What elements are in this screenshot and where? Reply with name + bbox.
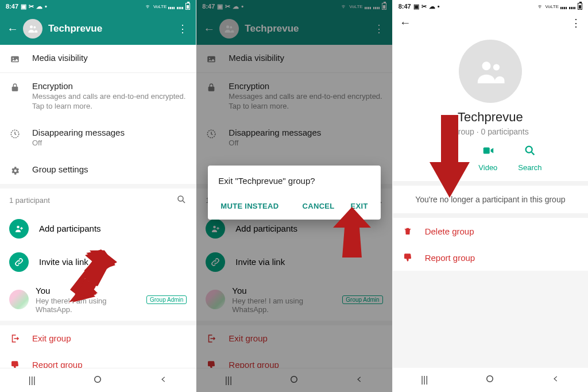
add-participants-row[interactable]: Add participants	[0, 212, 196, 245]
svg-point-24	[482, 62, 490, 70]
participant-you-row[interactable]: You Hey there! I am using WhatsApp. Grou…	[0, 279, 196, 321]
search-label: Search	[518, 163, 541, 172]
status-signal-icon-2	[569, 3, 576, 9]
status-wifi-icon: ᯤ	[145, 3, 152, 10]
status-image-icon: ▣	[21, 3, 26, 10]
action-row: Audio Video Search	[439, 144, 541, 172]
status-cloud-icon: ☁	[429, 3, 435, 10]
topbar: ← ⋮	[393, 13, 588, 33]
svg-point-0	[30, 25, 33, 28]
nav-back-button[interactable]	[552, 375, 560, 385]
status-signal-icon-2	[177, 3, 184, 9]
nav-home-button[interactable]	[92, 374, 103, 387]
svg-point-3	[13, 57, 14, 59]
nav-back-button[interactable]	[160, 375, 168, 386]
disappearing-row[interactable]: Disappearing messages Off	[0, 120, 196, 156]
invite-link-row[interactable]: Invite via link	[0, 245, 196, 279]
people-icon	[474, 55, 506, 87]
encryption-row[interactable]: Encryption Messages and calls are end-to…	[0, 73, 196, 120]
group-meta: Group · 0 participants	[452, 127, 529, 136]
mute-instead-button[interactable]: MUTE INSTEAD	[218, 197, 281, 215]
delete-group-label: Delete group	[425, 226, 474, 236]
back-button[interactable]: ←	[5, 22, 21, 36]
exit-dialog-screen: 8:47 ▣ ✂ ☁ • ᯤ VoLTE ← Techprevue ⋮ Medi…	[196, 0, 392, 392]
disappearing-title: Disappearing messages	[32, 128, 187, 137]
audio-label: Audio	[439, 163, 458, 172]
gear-icon	[9, 166, 21, 176]
back-button[interactable]: ←	[400, 16, 411, 29]
dialog-title: Exit "Techprevue" group?	[218, 176, 370, 186]
video-label: Video	[478, 163, 497, 172]
image-icon	[9, 54, 21, 64]
nav-recents-button[interactable]: |||	[28, 375, 35, 386]
status-battery-icon	[578, 3, 582, 10]
status-screenshot-icon: ✂	[421, 3, 427, 10]
android-nav-bar: |||	[393, 368, 588, 392]
add-person-icon	[9, 219, 29, 239]
invite-link-label: Invite via link	[39, 257, 187, 267]
exit-group-row[interactable]: Exit group	[0, 325, 196, 352]
header-title[interactable]: Techprevue	[48, 23, 174, 34]
encryption-title: Encryption	[32, 81, 187, 91]
status-time: 8:47	[6, 3, 18, 10]
group-info-screen: 8:47 ▣ ✂ ☁ • ᯤ VoLTE ← Techprevue ⋮ Medi…	[0, 0, 196, 392]
group-avatar-large[interactable]	[459, 40, 522, 103]
svg-point-1	[33, 26, 36, 29]
add-participants-label: Add participants	[39, 224, 187, 233]
svg-rect-26	[483, 148, 490, 154]
cancel-button[interactable]: CANCEL	[300, 197, 337, 215]
nav-home-button[interactable]	[485, 374, 495, 386]
exit-group-dialog: Exit "Techprevue" group? MUTE INSTEAD CA…	[208, 166, 380, 220]
svg-point-5	[178, 196, 183, 201]
status-bar: 8:47 ▣ ✂ ☁ • ᯤ VoLTE	[0, 0, 196, 13]
status-image-icon: ▣	[413, 3, 419, 10]
phone-icon	[442, 144, 455, 160]
group-settings-label: Group settings	[32, 164, 187, 174]
more-menu-button[interactable]: ⋮	[174, 19, 191, 39]
svg-point-28	[487, 376, 493, 382]
thumbs-down-icon	[402, 252, 413, 263]
not-participant-notice: You're no longer a participant in this g…	[393, 181, 588, 218]
status-bar: 8:47 ▣ ✂ ☁ • ᯤ VoLTE	[393, 0, 588, 13]
status-battery-icon	[185, 3, 190, 10]
participant-status: Hey there! I am using WhatsApp.	[36, 297, 140, 314]
search-button[interactable]: Search	[518, 144, 541, 172]
media-visibility-label: Media visibility	[32, 53, 187, 63]
status-signal-icon	[560, 3, 567, 9]
group-name: Techprevue	[458, 110, 523, 125]
group-settings-row[interactable]: Group settings	[0, 156, 196, 184]
svg-point-25	[493, 64, 500, 70]
group-avatar-small[interactable]	[23, 19, 42, 39]
participants-count: 1 participant	[9, 196, 50, 205]
user-avatar	[9, 290, 29, 309]
settings-list: Media visibility Encryption Messages and…	[0, 45, 196, 378]
status-more-icon: •	[438, 3, 440, 10]
nav-recents-button[interactable]: |||	[421, 375, 428, 385]
people-icon	[27, 23, 38, 34]
timer-icon	[9, 129, 21, 139]
media-visibility-row[interactable]: Media visibility	[0, 45, 196, 72]
lock-icon	[9, 82, 21, 93]
status-more-icon: •	[45, 3, 47, 10]
android-nav-bar: |||	[0, 368, 196, 392]
status-time: 8:47	[399, 3, 411, 10]
video-call-button[interactable]: Video	[478, 144, 497, 172]
search-participants-button[interactable]	[176, 194, 187, 206]
svg-point-6	[17, 225, 20, 228]
more-menu-button[interactable]: ⋮	[571, 17, 581, 29]
exit-group-label: Exit group	[32, 333, 71, 343]
search-icon	[524, 144, 536, 160]
svg-point-27	[526, 147, 532, 153]
disappearing-subtitle: Off	[32, 139, 187, 148]
trash-icon	[402, 226, 413, 236]
svg-point-7	[95, 376, 101, 382]
delete-group-row[interactable]: Delete group	[393, 218, 588, 244]
link-icon	[9, 252, 29, 272]
encryption-subtitle: Messages and calls are end-to-end encryp…	[32, 92, 187, 112]
participant-name: You	[36, 286, 140, 295]
video-icon	[482, 144, 494, 160]
exit-button[interactable]: EXIT	[349, 197, 370, 215]
report-group-row[interactable]: Report group	[393, 244, 588, 271]
audio-call-button[interactable]: Audio	[439, 144, 458, 172]
group-info-after-exit-screen: 8:47 ▣ ✂ ☁ • ᯤ VoLTE ← ⋮ Techprevue Grou…	[392, 0, 588, 392]
